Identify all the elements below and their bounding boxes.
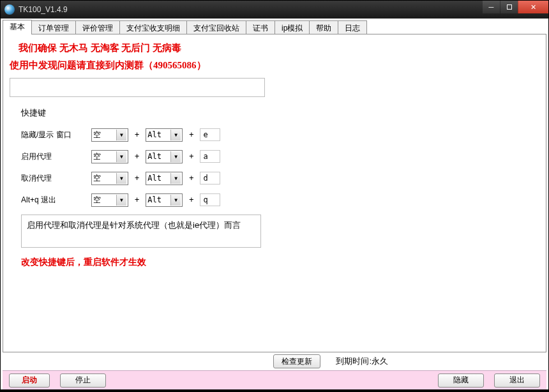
hotkey-row-toggle-window: 隐藏/显示 窗口 空▼ + Alt▼ + <box>21 128 276 142</box>
tab-strip: 基本 订单管理 评价管理 支付宝收支明细 支付宝回收站 证书 ip模拟 帮助 日… <box>3 20 546 34</box>
chevron-down-icon: ▼ <box>116 173 126 184</box>
chevron-down-icon: ▼ <box>116 195 126 206</box>
plus-sign: + <box>135 174 139 183</box>
window-title: TK100_V1.4.9 <box>19 5 68 14</box>
app-window: TK100_V1.4.9 ─ ✕ 基本 订单管理 评价管理 支付宝收支明细 支付… <box>0 0 549 392</box>
banner-line-1: 我们确保 无木马 无淘客 无后门 无病毒 <box>10 40 539 57</box>
hotkey-label: 取消代理 <box>21 173 91 184</box>
window-controls: ─ ✕ <box>482 1 548 13</box>
hotkey-mod2-select[interactable]: Alt▼ <box>146 128 183 142</box>
tab-ip-sim[interactable]: ip模拟 <box>274 20 310 34</box>
status-bar: 检查更新 到期时间:永久 <box>3 352 546 370</box>
tab-help[interactable]: 帮助 <box>309 20 338 34</box>
titlebar[interactable]: TK100_V1.4.9 ─ ✕ <box>1 1 548 19</box>
chevron-down-icon: ▼ <box>170 151 181 162</box>
client-area: 基本 订单管理 评价管理 支付宝收支明细 支付宝回收站 证书 ip模拟 帮助 日… <box>1 19 548 389</box>
hotkey-row-enable-proxy: 启用代理 空▼ + Alt▼ + <box>21 149 276 163</box>
chevron-down-icon: ▼ <box>170 173 181 184</box>
hotkey-label: 隐藏/显示 窗口 <box>21 130 91 140</box>
banner-line-2: 使用中发现问题请直接到内测群（490565086） <box>10 57 539 74</box>
hotkey-key-input[interactable] <box>200 128 220 141</box>
plus-sign: + <box>135 152 139 161</box>
hotkey-label: 启用代理 <box>21 151 91 162</box>
expire-text: 到期时间:永久 <box>336 356 388 367</box>
tab-alipay-recycle[interactable]: 支付宝回收站 <box>186 20 246 34</box>
hotkey-group: 快捷键 隐藏/显示 窗口 空▼ + Alt▼ + 启用代理 空▼ + Alt▼ … <box>21 107 276 268</box>
hotkey-key-input[interactable] <box>200 172 220 185</box>
exit-button[interactable]: 退出 <box>494 373 540 388</box>
maximize-button[interactable] <box>500 1 518 13</box>
window-border-bottom <box>1 389 548 391</box>
stop-button[interactable]: 停止 <box>60 373 106 388</box>
minimize-button[interactable]: ─ <box>482 1 500 13</box>
hotkey-mod1-select[interactable]: 空▼ <box>91 128 128 142</box>
plus-sign: + <box>189 152 193 161</box>
hotkey-warning: 改变快捷键后，重启软件才生效 <box>21 257 276 268</box>
tab-orders[interactable]: 订单管理 <box>31 20 76 34</box>
hotkey-key-input[interactable] <box>200 193 220 206</box>
hotkey-mod2-select[interactable]: Alt▼ <box>146 172 183 185</box>
bottom-bar: 启动 停止 隐藏 退出 <box>3 370 546 389</box>
tab-basic[interactable]: 基本 <box>3 20 32 34</box>
tab-content: 我们确保 无木马 无淘客 无后门 无病毒 使用中发现问题请直接到内测群（4905… <box>3 34 546 352</box>
chevron-down-icon: ▼ <box>170 195 181 206</box>
hotkey-mod2-select[interactable]: Alt▼ <box>146 193 183 207</box>
hotkey-title: 快捷键 <box>21 107 276 119</box>
empty-panel <box>10 78 265 97</box>
tab-cert[interactable]: 证书 <box>246 20 275 34</box>
chevron-down-icon: ▼ <box>116 151 126 162</box>
chevron-down-icon: ▼ <box>116 130 126 140</box>
hotkey-note: 启用代理和取消代理是针对系统代理（也就是ie代理）而言 <box>21 215 261 248</box>
plus-sign: + <box>135 130 139 139</box>
check-update-button[interactable]: 检查更新 <box>273 354 320 368</box>
start-button[interactable]: 启动 <box>9 373 50 388</box>
tab-alipay-txn[interactable]: 支付宝收支明细 <box>119 20 187 34</box>
app-icon <box>4 4 15 15</box>
hotkey-mod1-select[interactable]: 空▼ <box>91 150 128 163</box>
hotkey-mod2-select[interactable]: Alt▼ <box>146 150 183 163</box>
plus-sign: + <box>135 195 139 204</box>
hotkey-mod1-select[interactable]: 空▼ <box>91 172 128 185</box>
hotkey-row-disable-proxy: 取消代理 空▼ + Alt▼ + <box>21 171 276 185</box>
tab-reviews[interactable]: 评价管理 <box>75 20 120 34</box>
chevron-down-icon: ▼ <box>170 130 181 140</box>
tab-log[interactable]: 日志 <box>338 20 367 34</box>
close-button[interactable]: ✕ <box>518 1 548 13</box>
plus-sign: + <box>189 130 193 139</box>
hotkey-row-quit: Alt+q 退出 空▼ + Alt▼ + <box>21 193 276 207</box>
hide-button[interactable]: 隐藏 <box>438 373 484 388</box>
hotkey-mod1-select[interactable]: 空▼ <box>91 193 128 207</box>
plus-sign: + <box>189 195 193 204</box>
hotkey-label: Alt+q 退出 <box>21 195 91 206</box>
plus-sign: + <box>189 174 193 183</box>
hotkey-key-input[interactable] <box>200 150 220 163</box>
